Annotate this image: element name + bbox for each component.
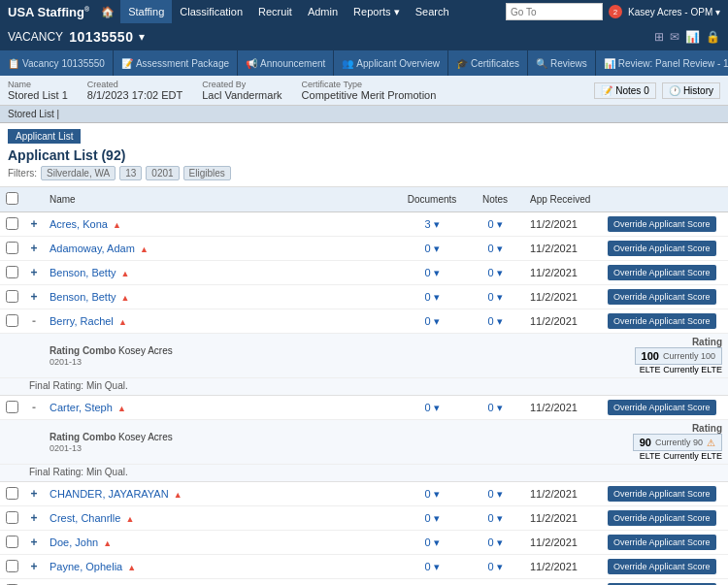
documents-link[interactable]: 0 ▾ <box>424 402 439 413</box>
applicant-name-link[interactable]: CHANDER, JAYARAYAN <box>50 488 169 500</box>
notes-link[interactable]: 0 ▾ <box>487 291 502 303</box>
row-date-cell: 11/2/2021 <box>524 482 602 506</box>
row-checkbox[interactable] <box>6 290 18 303</box>
nav-classification[interactable]: Classification <box>172 0 250 23</box>
row-checkbox[interactable] <box>6 536 18 548</box>
row-checkbox[interactable] <box>6 217 18 230</box>
app-received-date: 11/2/2021 <box>530 561 578 572</box>
override-score-button[interactable]: Override Applicant Score <box>608 265 716 280</box>
row-expand-btn[interactable]: + <box>30 511 37 525</box>
nav-search[interactable]: Search <box>408 0 457 23</box>
applicant-name-link[interactable]: Benson, Betty <box>50 291 116 303</box>
select-all-checkbox[interactable] <box>6 192 18 205</box>
nav-staffing[interactable]: Staffing <box>120 0 172 23</box>
documents-link[interactable]: 3 ▾ <box>424 218 439 230</box>
row-expand-btn[interactable]: + <box>30 560 37 573</box>
override-score-button[interactable]: Override Applicant Score <box>608 216 716 232</box>
override-score-button[interactable]: Override Applicant Score <box>608 559 716 574</box>
override-score-button[interactable]: Override Applicant Score <box>608 289 716 305</box>
documents-link[interactable]: 0 ▾ <box>424 536 439 548</box>
row-checkbox[interactable] <box>6 487 18 500</box>
row-expand-btn[interactable]: + <box>30 242 37 255</box>
tab-vacancy[interactable]: 📋 Vacancy 10135550 <box>0 50 114 76</box>
row-expand-btn[interactable]: + <box>30 290 37 304</box>
override-score-button[interactable]: Override Applicant Score <box>608 486 716 502</box>
notes-link[interactable]: 0 ▾ <box>487 561 502 572</box>
notes-link[interactable]: 0 ▾ <box>487 488 502 500</box>
row-checkbox[interactable] <box>6 242 18 254</box>
applicant-name-link[interactable]: Payne, Ophelia <box>50 561 122 572</box>
nav-admin[interactable]: Admin <box>300 0 346 23</box>
filter-tag-silverdale[interactable]: Silverdale, WA <box>41 166 116 180</box>
applicant-name-link[interactable]: Acres, Kona <box>50 218 108 230</box>
rating-combo-empty3 <box>524 420 602 465</box>
row-checkbox[interactable] <box>6 511 18 524</box>
documents-link[interactable]: 0 ▾ <box>424 267 439 278</box>
history-button[interactable]: 🕐 History <box>662 82 720 99</box>
documents-link[interactable]: 0 ▾ <box>424 512 439 524</box>
documents-link[interactable]: 0 ▾ <box>424 561 439 572</box>
notes-link[interactable]: 0 ▾ <box>487 243 502 254</box>
notes-link[interactable]: 0 ▾ <box>487 402 502 413</box>
row-checkbox[interactable] <box>6 560 18 572</box>
override-score-button[interactable]: Override Applicant Score <box>608 535 716 550</box>
applicant-name-link[interactable]: Adamoway, Adam <box>50 243 135 254</box>
nav-recruit[interactable]: Recruit <box>250 0 300 23</box>
row-checkbox[interactable] <box>6 314 18 327</box>
goto-input[interactable] <box>506 3 603 20</box>
override-score-button[interactable]: Override Applicant Score <box>608 510 716 526</box>
documents-link[interactable]: 0 ▾ <box>424 315 439 327</box>
nav-reports[interactable]: Reports ▾ <box>346 0 408 23</box>
app-received-date: 11/2/2021 <box>530 512 578 524</box>
home-icon[interactable]: 🏠 <box>101 6 115 18</box>
rating-combo-label: Rating Combo <box>50 345 116 356</box>
row-expand-btn[interactable]: + <box>30 536 37 549</box>
override-score-button[interactable]: Override Applicant Score <box>608 241 716 256</box>
row-expand-btn[interactable]: + <box>30 217 37 231</box>
applicant-name-link[interactable]: Doe, John <box>50 536 98 548</box>
documents-link[interactable]: 0 ▾ <box>424 243 439 254</box>
applicant-name-link[interactable]: Crest, Chanrlle <box>50 512 120 524</box>
filter-tag-0201[interactable]: 0201 <box>146 166 179 180</box>
chart-icon[interactable]: 📊 <box>685 30 700 44</box>
row-checkbox[interactable] <box>6 266 18 278</box>
notes-link[interactable]: 0 ▾ <box>487 218 502 230</box>
override-score-button[interactable]: Override Applicant Score <box>608 313 716 329</box>
row-date-cell: 11/2/2021 <box>524 396 602 420</box>
tab-certificates[interactable]: 🎓 Certificates <box>448 50 528 76</box>
applicant-name-link[interactable]: Benson, Betty <box>50 267 116 278</box>
row-expand-btn[interactable]: + <box>30 487 37 501</box>
tab-panel-icon: 📊 <box>604 58 615 69</box>
notification-badge[interactable]: 2 <box>609 5 622 18</box>
vacancy-chevron[interactable]: ▾ <box>139 30 145 44</box>
notes-link[interactable]: 0 ▾ <box>487 267 502 278</box>
override-score-button[interactable]: Override Applicant Score <box>608 400 716 415</box>
tab-applicant-overview[interactable]: 👥 Applicant Overview <box>334 50 448 76</box>
row-expand-btn[interactable]: - <box>32 314 36 328</box>
applicant-list-tab[interactable]: Applicant List <box>8 129 81 144</box>
row-expand-btn[interactable]: + <box>30 266 37 279</box>
notes-link[interactable]: 0 ▾ <box>487 315 502 327</box>
tab-assessment[interactable]: 📝 Assessment Package <box>114 50 238 76</box>
documents-link[interactable]: 0 ▾ <box>424 291 439 303</box>
row-expand-btn[interactable]: - <box>32 401 36 414</box>
row-expand-cell: + <box>24 482 44 506</box>
filter-tag-eligibles[interactable]: Eligibles <box>183 166 231 180</box>
notes-button[interactable]: 📝 Notes 0 <box>594 82 656 99</box>
applicant-name-link[interactable]: Carter, Steph <box>50 402 113 413</box>
notes-link[interactable]: 0 ▾ <box>487 512 502 524</box>
lock-icon[interactable]: 🔒 <box>706 30 720 44</box>
tab-announcement[interactable]: 📢 Announcement <box>238 50 334 76</box>
tab-reviews[interactable]: 🔍 Reviews <box>528 50 596 76</box>
row-action-cell: Override Applicant Score <box>602 285 728 309</box>
grid-icon[interactable]: ⊞ <box>654 30 664 44</box>
documents-link[interactable]: 0 ▾ <box>424 488 439 500</box>
tab-panel-review[interactable]: 📊 Review: Panel Review - 10135550 <box>596 50 728 76</box>
notes-link[interactable]: 0 ▾ <box>487 536 502 548</box>
envelope-icon[interactable]: ✉ <box>670 30 679 44</box>
filter-tag-13[interactable]: 13 <box>119 166 142 180</box>
meta-created-by: Created By Lacl Vandermark <box>202 80 281 101</box>
applicant-name-link[interactable]: Berry, Rachel <box>50 315 114 327</box>
user-menu[interactable]: Kasey Acres - OPM ▾ <box>628 7 720 17</box>
row-checkbox[interactable] <box>6 401 18 413</box>
